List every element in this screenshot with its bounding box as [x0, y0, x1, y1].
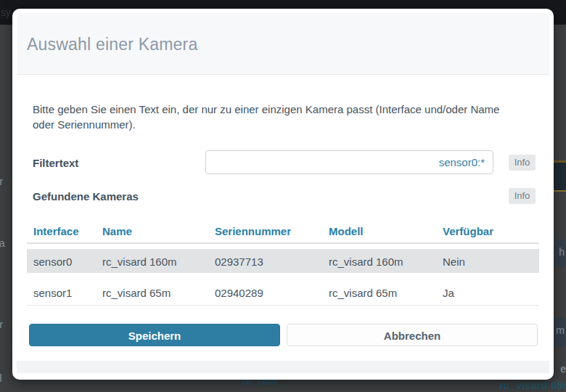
cell-interface: sensor0: [33, 256, 72, 268]
cell-name: rc_visard 160m: [102, 256, 177, 268]
filtertext-label: Filtertext: [33, 157, 78, 169]
background-text-fragment: er: [0, 175, 3, 187]
save-button[interactable]: Speichern: [29, 324, 280, 346]
background-card-fragment: [554, 160, 566, 192]
dialog-header: Auswahl einer Kamera: [17, 13, 549, 75]
cell-name: rc_visard 65m: [102, 287, 171, 299]
background-text-fragment: er: [0, 318, 3, 330]
background-card-fragment: m: [554, 318, 566, 347]
camera-selection-dialog: Auswahl einer Kamera Bitte geben Sie ein…: [12, 9, 554, 380]
cell-interface: sensor1: [33, 287, 72, 299]
background-text-fragment: h: [559, 246, 565, 258]
background-text-fragment: m: [556, 324, 565, 336]
found-cameras-info-button[interactable]: Info: [509, 188, 536, 204]
background-text-fragment: va: [0, 237, 5, 249]
dialog-footer-strip: [17, 361, 549, 373]
table-header-available: Verfügbar: [443, 225, 493, 237]
dialog-title: Auswahl einer Kamera: [27, 35, 197, 54]
table-header-divider: [27, 242, 539, 244]
cell-serialnumber: 02940289: [215, 287, 263, 299]
background-text-fragment: e: [560, 363, 566, 375]
table-bottom-divider: [27, 305, 539, 306]
background-camera-name-label: rc_visard 65m: [499, 379, 566, 391]
filtertext-input[interactable]: [205, 150, 493, 174]
cell-available: Ja: [443, 287, 454, 299]
found-cameras-label: Gefundene Kameras: [33, 190, 139, 203]
background-text-fragment: el: [0, 372, 2, 384]
cell-model: rc_visard 160m: [329, 256, 403, 268]
cancel-button[interactable]: Abbrechen: [287, 324, 538, 346]
table-header-model: Modell: [329, 225, 364, 237]
background-card-fragment: h: [554, 240, 566, 267]
table-header-serialnumber: Seriennummer: [215, 225, 291, 237]
cell-available: Nein: [443, 256, 465, 268]
background-navbar-text-fragment: (sy: [0, 7, 11, 18]
cell-model: rc_visard 65m: [329, 287, 397, 299]
dialog-instructions: Bitte geben Sie einen Text ein, der nur …: [33, 102, 517, 132]
filtertext-info-button[interactable]: Info: [509, 155, 536, 171]
table-header-name: Name: [102, 225, 132, 237]
table-header-interface: Interface: [33, 225, 79, 237]
screen: (sy er va er el h m e rc_test rc_visard …: [0, 0, 566, 392]
cell-serialnumber: 02937713: [215, 256, 263, 268]
